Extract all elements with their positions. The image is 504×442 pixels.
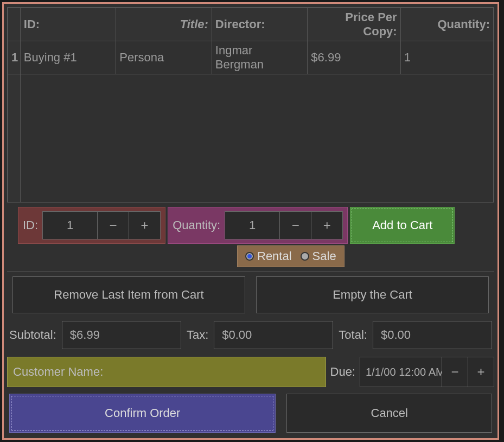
row-number: 1	[8, 41, 21, 74]
cell-director[interactable]: Ingmar Bergman	[212, 41, 308, 74]
order-panel: ID: Title: Director: Price Per Copy: Qua…	[2, 2, 499, 440]
due-date-spinner: − +	[360, 357, 494, 387]
cell-price[interactable]: $6.99	[308, 41, 400, 74]
cell-quantity[interactable]: 1	[400, 41, 493, 74]
header-title[interactable]: Title:	[116, 8, 212, 41]
quantity-input[interactable]	[225, 212, 279, 239]
quantity-spinner: − +	[225, 211, 343, 239]
radio-unchecked-icon	[301, 252, 309, 261]
id-input-group: ID: − +	[18, 207, 165, 244]
radio-checked-icon	[245, 252, 254, 261]
rental-radio[interactable]: Rental	[245, 249, 292, 263]
header-director[interactable]: Director:	[212, 8, 308, 41]
type-radio-group: Rental Sale	[237, 245, 344, 267]
quantity-decrement-button[interactable]: −	[279, 212, 311, 239]
id-label: ID:	[23, 218, 38, 232]
header-price[interactable]: Price Per Copy:	[308, 8, 400, 41]
header-quantity[interactable]: Quantity:	[400, 8, 493, 41]
total-label: Total:	[339, 328, 367, 342]
id-input[interactable]	[43, 212, 97, 239]
id-decrement-button[interactable]: −	[97, 212, 129, 239]
empty-cart-button[interactable]: Empty the Cart	[256, 276, 489, 313]
subtotal-field[interactable]	[62, 321, 181, 349]
due-date-input[interactable]	[360, 357, 442, 387]
cell-title[interactable]: Persona	[116, 41, 212, 74]
customer-name-group: Customer Name:	[7, 357, 326, 387]
due-label: Due:	[330, 365, 355, 379]
id-spinner: − +	[42, 211, 161, 239]
sale-label: Sale	[312, 249, 336, 263]
tax-label: Tax:	[187, 328, 208, 342]
quantity-increment-button[interactable]: +	[311, 212, 342, 239]
rental-label: Rental	[257, 249, 292, 263]
id-increment-button[interactable]: +	[129, 212, 160, 239]
customer-name-input[interactable]	[109, 361, 320, 383]
customer-name-label: Customer Name:	[13, 365, 103, 379]
divider	[7, 271, 494, 272]
due-increment-button[interactable]: +	[468, 357, 494, 387]
quantity-label: Quantity:	[173, 218, 220, 232]
confirm-order-button[interactable]: Confirm Order	[9, 394, 276, 433]
cart-table: ID: Title: Director: Price Per Copy: Qua…	[7, 7, 494, 203]
remove-last-button[interactable]: Remove Last Item from Cart	[12, 276, 245, 313]
tax-field[interactable]	[214, 321, 333, 349]
table-row[interactable]: 1 Buying #1 Persona Ingmar Bergman $6.99…	[8, 41, 494, 74]
add-to-cart-button[interactable]: Add to Cart	[350, 207, 455, 244]
cancel-button[interactable]: Cancel	[286, 394, 492, 433]
cell-id[interactable]: Buying #1	[20, 41, 116, 74]
quantity-input-group: Quantity: − +	[168, 207, 348, 244]
due-decrement-button[interactable]: −	[442, 357, 468, 387]
row-number-header	[8, 8, 21, 41]
total-field[interactable]	[373, 321, 492, 349]
subtotal-label: Subtotal:	[9, 328, 56, 342]
sale-radio[interactable]: Sale	[301, 249, 336, 263]
header-id[interactable]: ID:	[20, 8, 116, 41]
